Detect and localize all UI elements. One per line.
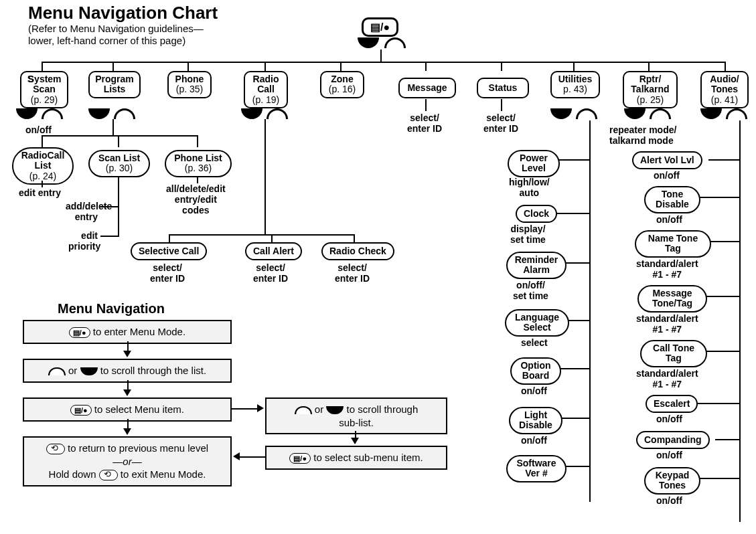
label-language-action: select	[521, 337, 548, 348]
connector	[648, 62, 650, 71]
pill-companding: Companding	[636, 431, 710, 449]
connector	[187, 62, 189, 71]
pill-call-alert: Call Alert	[245, 242, 302, 260]
menu-status: Status	[477, 78, 529, 98]
pill-reminder-alarm: Reminder Alarm	[506, 252, 566, 279]
connector	[566, 320, 589, 321]
connector	[240, 456, 265, 458]
connector	[264, 62, 266, 71]
menu-button-icon: ▤/●	[69, 327, 90, 338]
up-arrow-icon	[114, 108, 135, 119]
connector	[425, 99, 427, 111]
up-arrow-icon	[384, 37, 406, 48]
label-power-level-action: high/low/ auto	[509, 177, 550, 198]
label-keypad-action: on/off	[656, 495, 682, 506]
pill-call-tone-tag: Call Tone Tag	[640, 340, 707, 367]
menu-phone: Phone(p. 35)	[167, 71, 212, 98]
pill-software-ver: Software Ver #	[506, 455, 566, 482]
pill-name-tone-tag: Name Tone Tag	[635, 230, 711, 258]
connector	[708, 159, 739, 161]
label-tone-disable-action: on/off	[656, 214, 682, 225]
pill-power-level: Power Level	[508, 150, 560, 177]
connector	[42, 62, 725, 63]
menu-program-lists: ProgramLists	[88, 71, 141, 98]
connector	[573, 62, 575, 71]
up-arrow-icon	[576, 108, 597, 119]
pill-selective-call: Selective Call	[131, 242, 207, 260]
down-arrow-icon	[241, 108, 262, 119]
connector	[501, 62, 502, 71]
label-radiocheck-action: select/ enter ID	[335, 262, 370, 284]
connector	[264, 119, 266, 234]
label-phonelist-action: all/delete/edit entry/edit codes	[166, 183, 226, 215]
nav-step-2: or to scroll through the list.	[23, 359, 232, 383]
up-arrow-icon	[48, 367, 66, 375]
connector	[710, 241, 739, 242]
down-arrow-icon	[326, 406, 344, 414]
label-radiocall-action: edit entry	[19, 187, 61, 198]
menu-utilities: Utilitiesp. 43)	[550, 71, 600, 98]
connector	[112, 62, 114, 71]
up-arrow-icon	[650, 108, 671, 119]
connector	[706, 296, 739, 297]
connector	[556, 159, 589, 161]
label-light-action: on/off	[521, 435, 547, 446]
arrow-down-icon	[123, 389, 131, 396]
label-system-scan-onoff: on/off	[25, 124, 52, 135]
nav-step-3: ▤/● to select Menu item.	[23, 397, 232, 422]
connector	[42, 135, 197, 137]
connector	[706, 351, 739, 352]
connector	[696, 403, 739, 404]
down-arrow-icon	[80, 367, 98, 375]
arrow-left-icon	[233, 452, 240, 460]
connector	[725, 62, 726, 71]
nav-section-title: Menu Navigation	[58, 301, 165, 317]
pill-keypad-tones: Keypad Tones	[644, 467, 700, 495]
return-icon	[99, 470, 118, 480]
pill-alert-vol: Alert Vol Lvl	[632, 151, 702, 169]
menu-rptr-talkarnd: Rptr/Talkarnd(p. 25)	[623, 71, 678, 108]
label-companding-action: on/off	[656, 450, 682, 460]
connector	[699, 197, 739, 198]
connector	[118, 177, 119, 237]
down-arrow-icon	[358, 37, 379, 48]
pill-clock: Clock	[516, 205, 557, 223]
arrow-down-icon	[123, 351, 131, 357]
connector	[232, 408, 258, 410]
pill-radiocall-list: RadioCallList(p. 24)	[12, 147, 74, 185]
label-call-tone-action: standard/alert #1 - #7	[636, 368, 698, 389]
down-arrow-icon	[550, 108, 572, 119]
connector	[169, 234, 355, 236]
connector	[42, 62, 43, 71]
menu-button-icon: ▤/●	[70, 405, 92, 416]
connector	[564, 262, 589, 264]
label-alert-vol-action: on/off	[654, 170, 680, 181]
connector	[118, 135, 119, 147]
pill-escalert: Escalert	[646, 395, 698, 413]
menu-message: Message	[398, 78, 456, 98]
menu-radio-call: RadioCall(p. 19)	[244, 71, 288, 108]
page-title: Menu Navigation Chart	[28, 3, 218, 23]
up-arrow-icon	[267, 108, 288, 119]
connector	[112, 119, 114, 135]
arrow-down-icon	[351, 438, 359, 444]
pill-option-board: Option Board	[510, 357, 561, 385]
label-clock-action: display/ set time	[510, 224, 546, 245]
connector	[197, 135, 198, 147]
pill-language-select: Language Select	[505, 309, 569, 337]
nav-step-1: ▤/● to enter Menu Mode.	[23, 320, 232, 344]
pill-message-tone-tag: Message Tone/Tag	[637, 285, 707, 313]
pill-tone-disable: Tone Disable	[644, 186, 700, 213]
arrow-down-icon	[123, 428, 131, 435]
pill-radio-check: Radio Check	[321, 242, 394, 260]
connector	[42, 135, 43, 147]
label-callalert-action: select/ enter ID	[253, 262, 288, 284]
down-arrow-icon	[16, 108, 37, 119]
return-icon	[46, 444, 65, 454]
nav-step-4: to return to previous menu level —or— Ho…	[23, 436, 232, 486]
down-arrow-icon	[624, 108, 646, 119]
connector	[739, 120, 741, 522]
up-arrow-icon	[295, 406, 312, 414]
connector	[425, 62, 427, 71]
label-option-action: on/off	[521, 385, 547, 396]
